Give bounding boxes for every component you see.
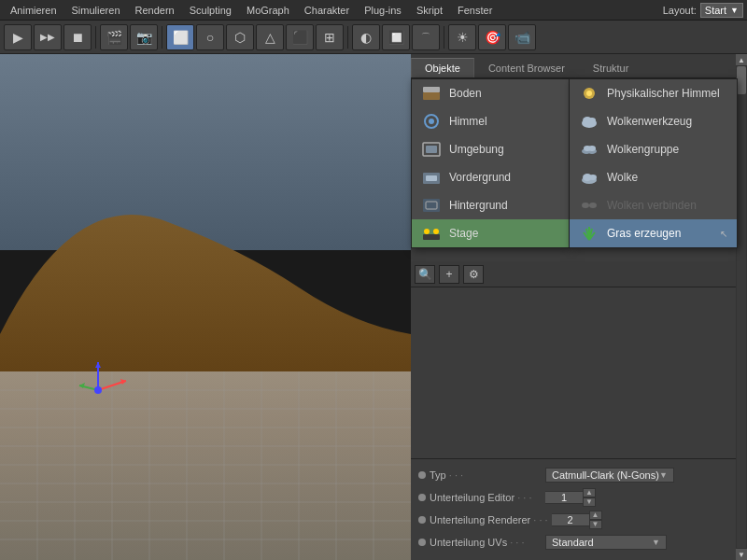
prop-spin-editor: ▲ ▼ [583,488,596,507]
prop-row-renderer: Unterteilung Renderer · · · 2 ▲ ▼ [418,510,740,530]
toolbar-btn-boolean[interactable]: ◐ [352,24,380,50]
svg-point-42 [586,91,592,96]
menu-item-himmel[interactable]: Himmel [412,107,569,135]
menu-bar: Animieren Simulieren Rendern Sculpting M… [0,0,747,21]
prop-spin-down-editor[interactable]: ▼ [583,497,596,507]
dropdown-overlay: Boden Himmel [411,78,738,248]
svg-rect-0 [0,54,411,250]
toolbar-btn-sphere[interactable]: ○ [196,24,224,50]
prop-spin-up-renderer[interactable]: ▲ [589,511,602,520]
toolbar-btn-cone[interactable]: △ [256,24,284,50]
menu-sculpting[interactable]: Sculpting [183,3,238,18]
toolbar-btn-extrude[interactable]: 🔲 [382,24,410,50]
toolbar-btn-cube[interactable]: ⬜ [166,24,194,50]
tab-toolbar-settings[interactable]: ⚙ [463,265,484,284]
svg-rect-35 [426,175,437,181]
layout-area: Layout: Start ▼ [663,3,743,18]
menu-charakter[interactable]: Charakter [298,3,356,18]
menu-item-hintergrund[interactable]: Hintergrund [412,191,569,219]
tab-content-browser[interactable]: Content Browser [474,58,579,77]
toolbar-btn-plane[interactable]: ⬛ [286,24,314,50]
viewport[interactable] [0,54,411,560]
prop-dot-editor [418,494,426,501]
prop-value-uvs[interactable]: Standard ▼ [545,535,667,550]
menu-column-left: Boden Himmel [411,78,570,248]
menu-column-right: Physikalischer Himmel Wolkenwerkzeug [570,78,738,248]
menu-fenster[interactable]: Fenster [451,3,499,18]
tab-toolbar: 🔍 + ⚙ [411,261,747,287]
tabs-row: Objekte Content Browser Struktur [411,54,747,78]
menu-skript[interactable]: Skript [410,3,449,18]
prop-label-renderer: Unterteilung Renderer · · · [430,514,548,525]
prop-spin-val-renderer[interactable]: 2 [552,513,589,526]
tab-objekte[interactable]: Objekte [411,58,474,77]
prop-row-editor: Unterteilung Editor · · · 1 ▲ ▼ [418,487,740,508]
prop-label-editor: Unterteilung Editor · · · [430,492,542,503]
toolbar-btn-camera[interactable]: 📷 [130,24,158,50]
prop-spin-renderer: ▲ ▼ [589,511,602,529]
properties-area: Typ · · · Catmull-Clark (N-Gons) ▼ Unter… [411,458,747,560]
toolbar-btn-cylinder[interactable]: ⬡ [226,24,254,50]
prop-dropdown-arrow-typ: ▼ [659,470,668,480]
menu-item-vordergrund[interactable]: Vordergrund [412,163,569,191]
tab-toolbar-add[interactable]: + [439,265,459,284]
menu-simulieren[interactable]: Simulieren [65,3,127,18]
toolbar-btn-stop[interactable]: ⏹ [63,24,92,50]
wolken-verbinden-icon [579,196,599,215]
layout-dropdown[interactable]: Start ▼ [700,3,743,18]
menu-item-umgebung[interactable]: Umgebung [412,135,569,163]
himmel-icon [421,112,442,131]
prop-label-typ: Typ · · · [430,469,542,481]
prop-spin-down-renderer[interactable]: ▼ [589,520,602,529]
toolbar-btn-light[interactable]: ☀ [448,24,476,50]
svg-point-49 [588,146,596,151]
menu-plugins[interactable]: Plug-ins [358,3,408,18]
boden-icon [421,84,442,103]
menu-animieren[interactable]: Animieren [4,3,63,18]
toolbar-btn-step[interactable]: ▶▶ [34,24,62,50]
toolbar: ▶ ▶▶ ⏹ 🎬 📷 ⬜ ○ ⬡ △ ⬛ ⊞ ◐ 🔲 ⌒ ☀ 🎯 📹 [0,21,747,54]
scroll-up[interactable]: ▲ [736,54,747,65]
svg-rect-33 [426,146,437,153]
scroll-down[interactable]: ▼ [736,549,747,560]
object-area [411,287,747,458]
wolke-icon [579,168,599,187]
toolbar-btn-play[interactable]: ▶ [4,24,32,50]
toolbar-btn-target[interactable]: 🎯 [478,24,506,50]
toolbar-btn-camera2[interactable]: 📹 [508,24,536,50]
vordergrund-icon [421,168,442,187]
wolkengruppe-icon [579,140,599,159]
svg-point-52 [589,175,597,180]
prop-dot-renderer [418,516,426,524]
svg-point-27 [94,386,102,394]
layout-arrow-icon: ▼ [730,6,739,15]
tab-toolbar-search[interactable]: 🔍 [415,265,435,284]
menu-item-stage[interactable]: Stage [412,219,569,247]
prop-spin-val-editor[interactable]: 1 [545,491,583,504]
menu-item-phys-himmel[interactable]: Physikalischer Himmel [570,79,737,107]
svg-point-31 [429,119,434,124]
menu-item-wolkengruppe[interactable]: Wolkengruppe [570,135,737,163]
umgebung-icon [421,140,442,159]
scroll-thumb[interactable] [737,66,746,94]
prop-input-editor: 1 ▲ ▼ [545,488,596,507]
menu-mograph[interactable]: MoGraph [240,3,296,18]
menu-item-wolken-verbinden: Wolken verbinden [570,191,737,219]
prop-row-uvs: Unterteilung UVs · · · Standard ▼ [418,532,740,553]
wolkenwerkzeug-icon [579,112,599,131]
prop-label-uvs: Unterteilung UVs · · · [430,537,542,548]
svg-point-40 [433,229,439,234]
menu-item-gras-erzeugen[interactable]: Gras erzeugen ↖ [570,219,737,247]
svg-point-45 [588,118,596,123]
gras-icon [579,224,599,243]
menu-item-wolkenwerkzeug[interactable]: Wolkenwerkzeug [570,107,737,135]
menu-item-boden[interactable]: Boden [412,79,569,107]
toolbar-btn-bend[interactable]: ⌒ [412,24,440,50]
prop-spin-up-editor[interactable]: ▲ [583,488,596,497]
toolbar-btn-grid[interactable]: ⊞ [316,24,344,50]
tab-struktur[interactable]: Struktur [579,58,643,77]
menu-item-wolke[interactable]: Wolke [570,163,737,191]
menu-rendern[interactable]: Rendern [129,3,181,18]
prop-value-typ[interactable]: Catmull-Clark (N-Gons) ▼ [545,468,674,483]
toolbar-btn-render[interactable]: 🎬 [100,24,128,50]
